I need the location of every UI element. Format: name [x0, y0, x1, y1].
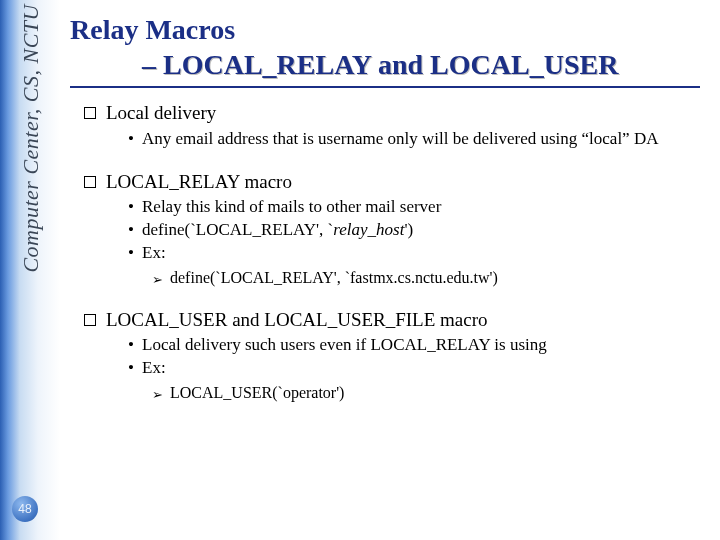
bullet-text: Local delivery such users even if LOCAL_…	[142, 334, 700, 357]
bullet-dot-icon	[128, 128, 142, 151]
bullet-item: Ex:	[128, 357, 700, 380]
bullet-text: Ex:	[142, 242, 700, 265]
title-line-2: – LOCAL_RELAY and LOCAL_USER	[70, 47, 700, 88]
sub-bullet-text: define(`LOCAL_RELAY', `fastmx.cs.nctu.ed…	[170, 267, 498, 289]
bullet-text-prefix: define(`LOCAL_RELAY', `	[142, 220, 333, 239]
bullet-text: define(`LOCAL_RELAY', `relay_host')	[142, 219, 700, 242]
bullet-text: Relay this kind of mails to other mail s…	[142, 196, 700, 219]
bullet-item: Local delivery such users even if LOCAL_…	[128, 334, 700, 357]
arrow-icon	[152, 267, 170, 289]
title-line-1: Relay Macros	[70, 12, 700, 47]
sub-bullet-item: define(`LOCAL_RELAY', `fastmx.cs.nctu.ed…	[152, 267, 700, 289]
bullet-item: Any email address that is username only …	[128, 128, 700, 151]
bullet-list: Relay this kind of mails to other mail s…	[128, 196, 700, 265]
bullet-text-suffix: ')	[404, 220, 413, 239]
bullet-dot-icon	[128, 196, 142, 219]
bullet-dot-icon	[128, 219, 142, 242]
section-heading: LOCAL_USER and LOCAL_USER_FILE macro	[84, 307, 700, 333]
bullet-item: define(`LOCAL_RELAY', `relay_host')	[128, 219, 700, 242]
section: LOCAL_RELAY macro Relay this kind of mai…	[84, 169, 700, 289]
body-text: Local delivery Any email address that is…	[70, 100, 700, 404]
bullet-dot-icon	[128, 242, 142, 265]
content-area: Relay Macros – LOCAL_RELAY and LOCAL_USE…	[70, 12, 700, 524]
bullet-item: Relay this kind of mails to other mail s…	[128, 196, 700, 219]
bullet-dot-icon	[128, 357, 142, 380]
bullet-list: Local delivery such users even if LOCAL_…	[128, 334, 700, 380]
arrow-icon	[152, 382, 170, 404]
sidebar-org-text: Computer Center, CS, NCTU	[18, 4, 44, 273]
bullet-text: Any email address that is username only …	[142, 128, 700, 151]
bullet-dot-icon	[128, 334, 142, 357]
section-heading: LOCAL_RELAY macro	[84, 169, 700, 195]
section: LOCAL_USER and LOCAL_USER_FILE macro Loc…	[84, 307, 700, 404]
sub-bullet-list: define(`LOCAL_RELAY', `fastmx.cs.nctu.ed…	[152, 267, 700, 289]
section: Local delivery Any email address that is…	[84, 100, 700, 151]
bullet-list: Any email address that is username only …	[128, 128, 700, 151]
page-number-badge: 48	[12, 496, 38, 522]
section-heading: Local delivery	[84, 100, 700, 126]
slide-root: Computer Center, CS, NCTU 48 Relay Macro…	[0, 0, 720, 540]
sub-bullet-item: LOCAL_USER(`operator')	[152, 382, 700, 404]
sub-bullet-list: LOCAL_USER(`operator')	[152, 382, 700, 404]
sub-bullet-text: LOCAL_USER(`operator')	[170, 382, 344, 404]
bullet-text: Ex:	[142, 357, 700, 380]
bullet-text-italic: relay_host	[333, 220, 404, 239]
bullet-item: Ex:	[128, 242, 700, 265]
slide-title: Relay Macros – LOCAL_RELAY and LOCAL_USE…	[70, 12, 700, 88]
